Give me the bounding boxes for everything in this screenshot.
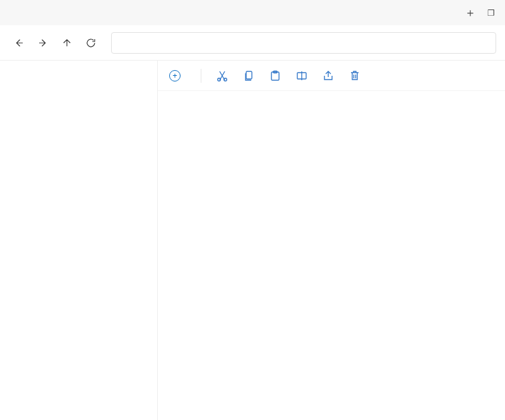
share-icon[interactable]	[323, 70, 334, 81]
paste-icon[interactable]	[270, 70, 281, 81]
back-button[interactable]	[9, 33, 29, 53]
svg-point-18	[218, 78, 220, 80]
forward-button[interactable]	[33, 33, 53, 53]
toolbar: +	[158, 61, 505, 91]
new-button[interactable]: +	[169, 70, 186, 81]
sidebar	[0, 61, 158, 420]
breadcrumb[interactable]	[111, 32, 496, 54]
rename-icon[interactable]	[296, 70, 307, 81]
cut-icon[interactable]	[217, 70, 228, 81]
delete-icon[interactable]	[349, 70, 360, 81]
restore-window-icon[interactable]: ❐	[487, 8, 495, 18]
new-tab-button[interactable]: ＋	[465, 5, 476, 20]
copy-icon[interactable]	[243, 70, 254, 81]
navigation-bar	[0, 25, 505, 61]
refresh-button[interactable]	[81, 33, 101, 53]
svg-rect-20	[246, 71, 252, 79]
file-grid	[158, 91, 505, 420]
svg-point-19	[224, 78, 227, 80]
plus-icon: +	[169, 70, 181, 81]
up-button[interactable]	[57, 33, 77, 53]
tab-bar: ＋ ❐	[0, 0, 505, 25]
